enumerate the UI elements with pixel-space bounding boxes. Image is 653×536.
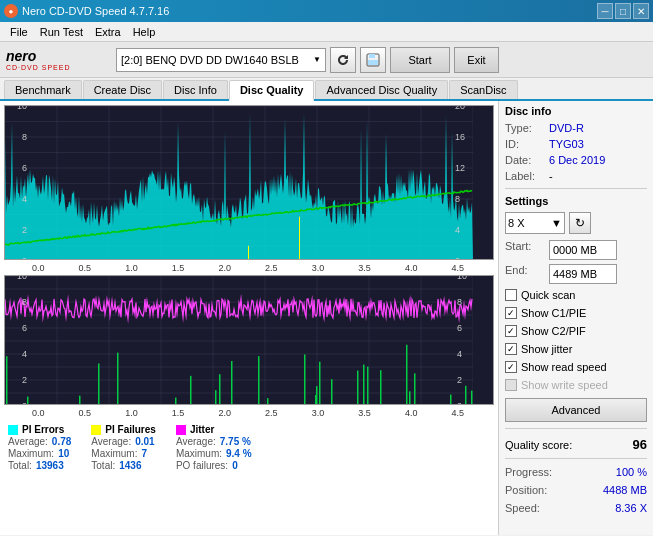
- tab-create-disc[interactable]: Create Disc: [83, 80, 162, 99]
- show-c1pie-label: Show C1/PIE: [521, 307, 586, 319]
- speed-dropdown-icon: ▼: [551, 217, 562, 229]
- logo: nero CD·DVD SPEED: [6, 45, 106, 75]
- dropdown-arrow-icon: ▼: [313, 55, 321, 64]
- disc-info-title: Disc info: [505, 105, 647, 117]
- toolbar: nero CD·DVD SPEED [2:0] BENQ DVD DD DW16…: [0, 42, 653, 78]
- quick-scan-checkbox[interactable]: [505, 289, 517, 301]
- divider-2: [505, 428, 647, 429]
- po-failures-value: 0: [232, 460, 238, 471]
- disc-id-row: ID: TYG03: [505, 138, 647, 150]
- tab-disc-quality[interactable]: Disc Quality: [229, 80, 315, 101]
- main-content: 0.0 0.5 1.0 1.5 2.0 2.5 3.0 3.5 4.0 4.5 …: [0, 101, 653, 535]
- show-c2pif-label: Show C2/PIF: [521, 325, 586, 337]
- tab-scan-disc[interactable]: ScanDisc: [449, 80, 517, 99]
- top-chart: [4, 105, 494, 260]
- menu-file[interactable]: File: [4, 24, 34, 40]
- legend-area: PI Errors Average: 0.78 Maximum: 10 Tota…: [4, 420, 494, 471]
- pi-failures-total-value: 1436: [119, 460, 141, 471]
- menu-bar: File Run Test Extra Help: [0, 22, 653, 42]
- app-icon: ●: [4, 4, 18, 18]
- tab-advanced-disc-quality[interactable]: Advanced Disc Quality: [315, 80, 448, 99]
- disc-id-value: TYG03: [549, 138, 584, 150]
- jitter-max-label: Maximum:: [176, 448, 222, 459]
- menu-run-test[interactable]: Run Test: [34, 24, 89, 40]
- drive-combo[interactable]: [2:0] BENQ DVD DD DW1640 BSLB ▼: [116, 48, 326, 72]
- show-read-speed-label: Show read speed: [521, 361, 607, 373]
- quick-scan-label: Quick scan: [521, 289, 575, 301]
- tab-benchmark[interactable]: Benchmark: [4, 80, 82, 99]
- speed-setting-row: 8 X ▼ ↻: [505, 212, 647, 234]
- jitter-legend: Jitter Average: 7.75 % Maximum: 9.4 % PO…: [176, 424, 252, 471]
- svg-rect-2: [368, 60, 378, 65]
- advanced-btn-label: Advanced: [552, 404, 601, 416]
- pi-failures-title: PI Failures: [105, 424, 156, 435]
- disc-label-value: -: [549, 170, 553, 182]
- bottom-x-axis: 0.0 0.5 1.0 1.5 2.0 2.5 3.0 3.5 4.0 4.5: [4, 407, 494, 418]
- close-button[interactable]: ✕: [633, 3, 649, 19]
- app-title: Nero CD-DVD Speed 4.7.7.16: [22, 5, 169, 17]
- drive-label: [2:0] BENQ DVD DD DW1640 BSLB: [121, 54, 299, 66]
- show-jitter-checkbox[interactable]: [505, 343, 517, 355]
- start-input[interactable]: 0000 MB: [549, 240, 617, 260]
- pi-errors-avg-label: Average:: [8, 436, 48, 447]
- progress-row: Progress: 100 %: [505, 466, 647, 478]
- quality-score-value: 96: [633, 437, 647, 452]
- speed-combo[interactable]: 8 X ▼: [505, 212, 565, 234]
- disc-type-row: Type: DVD-R: [505, 122, 647, 134]
- jitter-avg-value: 7.75 %: [220, 436, 251, 447]
- jitter-title: Jitter: [190, 424, 214, 435]
- speed-value: 8 X: [508, 217, 525, 229]
- svg-rect-1: [369, 54, 375, 58]
- menu-help[interactable]: Help: [127, 24, 162, 40]
- start-button[interactable]: Start: [390, 47, 450, 73]
- show-jitter-row: Show jitter: [505, 343, 647, 355]
- disc-label-label: Label:: [505, 170, 545, 182]
- chart-area: 0.0 0.5 1.0 1.5 2.0 2.5 3.0 3.5 4.0 4.5 …: [0, 101, 498, 535]
- show-read-speed-checkbox[interactable]: [505, 361, 517, 373]
- position-label: Position:: [505, 484, 547, 496]
- show-c1pie-row: Show C1/PIE: [505, 307, 647, 319]
- menu-extra[interactable]: Extra: [89, 24, 127, 40]
- right-panel: Disc info Type: DVD-R ID: TYG03 Date: 6 …: [498, 101, 653, 535]
- settings-title: Settings: [505, 195, 647, 207]
- speed-refresh-button[interactable]: ↻: [569, 212, 591, 234]
- maximize-button[interactable]: □: [615, 3, 631, 19]
- start-row: Start: 0000 MB: [505, 240, 647, 260]
- speed-label: Speed:: [505, 502, 540, 514]
- drive-selector[interactable]: [2:0] BENQ DVD DD DW1640 BSLB ▼: [116, 48, 326, 72]
- save-button[interactable]: [360, 47, 386, 73]
- bottom-chart-canvas: [5, 276, 473, 405]
- pi-failures-legend: PI Failures Average: 0.01 Maximum: 7 Tot…: [91, 424, 156, 471]
- show-c2pif-row: Show C2/PIF: [505, 325, 647, 337]
- top-chart-canvas: [5, 106, 473, 260]
- pi-failures-color: [91, 425, 101, 435]
- disc-date-label: Date:: [505, 154, 545, 166]
- pi-errors-color: [8, 425, 18, 435]
- quality-score-row: Quality score: 96: [505, 437, 647, 452]
- advanced-button[interactable]: Advanced: [505, 398, 647, 422]
- title-bar: ● Nero CD-DVD Speed 4.7.7.16 ─ □ ✕: [0, 0, 653, 22]
- end-row: End: 4489 MB: [505, 264, 647, 284]
- disc-type-label: Type:: [505, 122, 545, 134]
- top-x-axis: 0.0 0.5 1.0 1.5 2.0 2.5 3.0 3.5 4.0 4.5: [4, 262, 494, 273]
- end-input[interactable]: 4489 MB: [549, 264, 617, 284]
- show-write-speed-checkbox: [505, 379, 517, 391]
- jitter-max-value: 9.4 %: [226, 448, 252, 459]
- pi-failures-avg-value: 0.01: [135, 436, 154, 447]
- disc-date-value: 6 Dec 2019: [549, 154, 605, 166]
- refresh-button[interactable]: [330, 47, 356, 73]
- show-c1pie-checkbox[interactable]: [505, 307, 517, 319]
- show-write-speed-label: Show write speed: [521, 379, 608, 391]
- position-value: 4488 MB: [603, 484, 647, 496]
- pi-failures-max-label: Maximum:: [91, 448, 137, 459]
- tab-disc-info[interactable]: Disc Info: [163, 80, 228, 99]
- disc-label-row: Label: -: [505, 170, 647, 182]
- exit-button[interactable]: Exit: [454, 47, 499, 73]
- progress-label: Progress:: [505, 466, 552, 478]
- po-failures-label: PO failures:: [176, 460, 228, 471]
- divider-1: [505, 188, 647, 189]
- minimize-button[interactable]: ─: [597, 3, 613, 19]
- pi-errors-total-value: 13963: [36, 460, 64, 471]
- quality-score-label: Quality score:: [505, 439, 572, 451]
- show-c2pif-checkbox[interactable]: [505, 325, 517, 337]
